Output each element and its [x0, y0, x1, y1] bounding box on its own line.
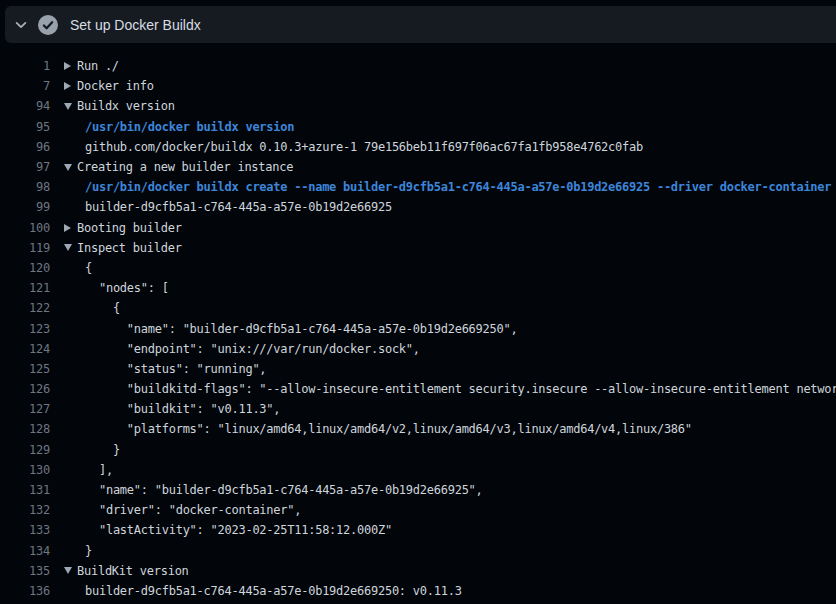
- group-title: Inspect builder: [77, 241, 182, 255]
- line-number[interactable]: 126: [0, 382, 50, 396]
- log-line-body: builder-d9cfb5a1-c764-445a-a57e-0b19d2e6…: [64, 584, 462, 598]
- line-number[interactable]: 127: [0, 402, 50, 416]
- log-line-body: ],: [64, 463, 113, 477]
- output-text: "nodes": [: [85, 281, 169, 295]
- log-line: 132 "driver": "docker-container",: [0, 500, 836, 520]
- log-line: 136builder-d9cfb5a1-c764-445a-a57e-0b19d…: [0, 581, 836, 601]
- log-line-body: /usr/bin/docker buildx version: [64, 120, 294, 134]
- output-text: }: [85, 443, 120, 457]
- log-line-body: "nodes": [: [64, 281, 169, 295]
- log-group-header[interactable]: Buildx version: [64, 99, 175, 113]
- log-line: 121 "nodes": [: [0, 278, 836, 298]
- line-number[interactable]: 128: [0, 422, 50, 436]
- log-line-body: "name": "builder-d9cfb5a1-c764-445a-a57e…: [64, 322, 517, 336]
- output-text: "endpoint": "unix:///var/run/docker.sock…: [85, 342, 420, 356]
- line-number[interactable]: 131: [0, 483, 50, 497]
- triangle-expanded-icon: [64, 164, 77, 171]
- log-line: 7Docker info: [0, 76, 836, 96]
- output-text: "name": "builder-d9cfb5a1-c764-445a-a57e…: [85, 483, 483, 497]
- step-header[interactable]: Set up Docker Buildx: [5, 6, 836, 43]
- triangle-collapsed-icon: [64, 82, 77, 90]
- line-number[interactable]: 98: [0, 180, 50, 194]
- workflow-log: 1Run ./7Docker info94Buildx version95/us…: [0, 43, 836, 601]
- line-number[interactable]: 124: [0, 342, 50, 356]
- log-line: 131 "name": "builder-d9cfb5a1-c764-445a-…: [0, 480, 836, 500]
- output-text: builder-d9cfb5a1-c764-445a-a57e-0b19d2e6…: [85, 584, 462, 598]
- chevron-down-icon[interactable]: [14, 18, 28, 32]
- command-text: /usr/bin/docker buildx create --name bui…: [85, 180, 831, 194]
- triangle-collapsed-icon: [64, 224, 77, 232]
- log-line-body: "status": "running",: [64, 362, 266, 376]
- line-number[interactable]: 130: [0, 463, 50, 477]
- output-text: "buildkit": "v0.11.3",: [85, 402, 280, 416]
- line-number[interactable]: 100: [0, 221, 50, 235]
- log-line-body: github.com/docker/buildx 0.10.3+azure-1 …: [64, 140, 643, 154]
- triangle-expanded-icon: [64, 103, 77, 110]
- group-title: Buildx version: [77, 99, 175, 113]
- log-line: 125 "status": "running",: [0, 359, 836, 379]
- log-line-body: "buildkit": "v0.11.3",: [64, 402, 280, 416]
- line-number[interactable]: 96: [0, 140, 50, 154]
- output-text: github.com/docker/buildx 0.10.3+azure-1 …: [85, 140, 643, 154]
- log-line-body: "platforms": "linux/amd64,linux/amd64/v2…: [64, 422, 692, 436]
- log-line: 1Run ./: [0, 56, 836, 76]
- group-title: Docker info: [77, 79, 154, 93]
- line-number[interactable]: 134: [0, 544, 50, 558]
- log-line-body: "driver": "docker-container",: [64, 503, 301, 517]
- output-text: ],: [85, 463, 113, 477]
- triangle-collapsed-icon: [64, 62, 77, 70]
- group-title: BuildKit version: [77, 564, 189, 578]
- log-line: 100Booting builder: [0, 218, 836, 238]
- log-line: 98/usr/bin/docker buildx create --name b…: [0, 177, 836, 197]
- output-text: "platforms": "linux/amd64,linux/amd64/v2…: [85, 422, 692, 436]
- step-title: Set up Docker Buildx: [70, 17, 201, 33]
- line-number[interactable]: 125: [0, 362, 50, 376]
- log-line-body: }: [64, 443, 120, 457]
- log-group-header[interactable]: Booting builder: [64, 221, 182, 235]
- log-group-header[interactable]: Creating a new builder instance: [64, 160, 293, 174]
- output-text: "driver": "docker-container",: [85, 503, 301, 517]
- check-circle-icon: [38, 15, 58, 35]
- line-number[interactable]: 97: [0, 160, 50, 174]
- triangle-expanded-icon: [64, 567, 77, 574]
- line-number[interactable]: 121: [0, 281, 50, 295]
- line-number[interactable]: 7: [0, 79, 50, 93]
- line-number[interactable]: 120: [0, 261, 50, 275]
- line-number[interactable]: 122: [0, 301, 50, 315]
- log-line: 124 "endpoint": "unix:///var/run/docker.…: [0, 339, 836, 359]
- log-line: 94Buildx version: [0, 96, 836, 116]
- log-line: 123 "name": "builder-d9cfb5a1-c764-445a-…: [0, 318, 836, 338]
- log-group-header[interactable]: Run ./: [64, 59, 119, 73]
- log-group-header[interactable]: Docker info: [64, 79, 154, 93]
- log-group-header[interactable]: BuildKit version: [64, 564, 189, 578]
- log-line: 122 {: [0, 298, 836, 318]
- log-line-body: "buildkitd-flags": "--allow-insecure-ent…: [64, 382, 836, 396]
- command-text: /usr/bin/docker buildx version: [85, 120, 294, 134]
- line-number[interactable]: 136: [0, 584, 50, 598]
- line-number[interactable]: 132: [0, 503, 50, 517]
- output-text: "buildkitd-flags": "--allow-insecure-ent…: [85, 382, 836, 396]
- output-text: "lastActivity": "2023-02-25T11:58:12.000…: [85, 523, 392, 537]
- log-line: 130 ],: [0, 460, 836, 480]
- log-line-body: }: [64, 544, 92, 558]
- line-number[interactable]: 135: [0, 564, 50, 578]
- log-line: 126 "buildkitd-flags": "--allow-insecure…: [0, 379, 836, 399]
- output-text: builder-d9cfb5a1-c764-445a-a57e-0b19d2e6…: [85, 200, 392, 214]
- line-number[interactable]: 123: [0, 322, 50, 336]
- line-number[interactable]: 119: [0, 241, 50, 255]
- log-line-body: "lastActivity": "2023-02-25T11:58:12.000…: [64, 523, 392, 537]
- line-number[interactable]: 99: [0, 200, 50, 214]
- line-number[interactable]: 133: [0, 523, 50, 537]
- line-number[interactable]: 95: [0, 120, 50, 134]
- group-title: Creating a new builder instance: [77, 160, 293, 174]
- log-line-body: /usr/bin/docker buildx create --name bui…: [64, 180, 831, 194]
- log-line: 99builder-d9cfb5a1-c764-445a-a57e-0b19d2…: [0, 197, 836, 217]
- output-text: "name": "builder-d9cfb5a1-c764-445a-a57e…: [85, 322, 517, 336]
- output-text: {: [85, 301, 120, 315]
- line-number[interactable]: 94: [0, 99, 50, 113]
- line-number[interactable]: 1: [0, 59, 50, 73]
- log-group-header[interactable]: Inspect builder: [64, 241, 182, 255]
- log-line: 133 "lastActivity": "2023-02-25T11:58:12…: [0, 520, 836, 540]
- line-number[interactable]: 129: [0, 443, 50, 457]
- log-line: 95/usr/bin/docker buildx version: [0, 117, 836, 137]
